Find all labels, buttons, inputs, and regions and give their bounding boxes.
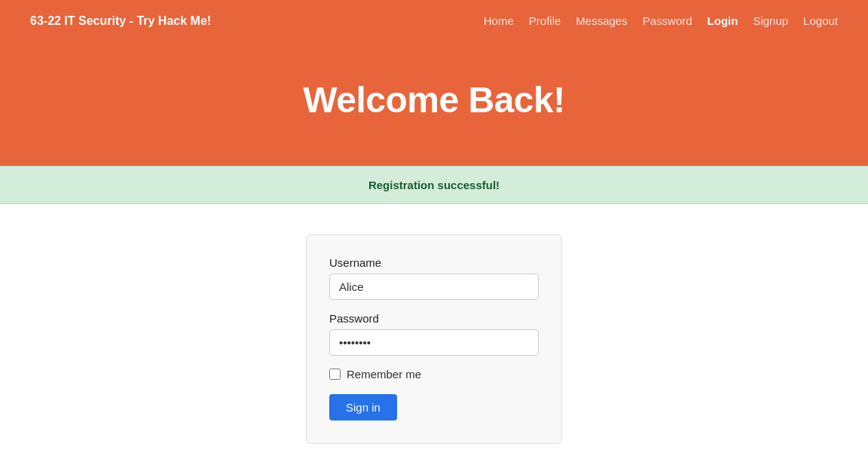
remember-me-checkbox[interactable] [329, 369, 341, 380]
hero-heading: Welcome Back! [15, 79, 853, 121]
navbar: 63-22 IT Security - Try Hack Me! Home Pr… [0, 0, 868, 41]
username-group: Username [329, 256, 539, 300]
header: 63-22 IT Security - Try Hack Me! Home Pr… [0, 0, 868, 166]
nav-item-profile: Profile [529, 14, 561, 28]
password-group: Password [329, 312, 539, 356]
login-form: Username Password Remember me Sign in [329, 256, 539, 421]
remember-me-group: Remember me [329, 368, 539, 381]
nav-item-login: Login [708, 14, 738, 28]
nav-item-logout: Logout [803, 14, 838, 28]
password-input[interactable] [329, 329, 539, 356]
nav-link-logout[interactable]: Logout [803, 14, 838, 27]
nav-item-home: Home [484, 14, 514, 28]
hero-section: Welcome Back! [0, 41, 868, 166]
remember-me-label[interactable]: Remember me [347, 368, 421, 381]
sign-in-button[interactable]: Sign in [329, 394, 397, 421]
nav-link-home[interactable]: Home [484, 14, 514, 27]
nav-link-password[interactable]: Password [643, 14, 692, 27]
username-label: Username [329, 256, 539, 269]
brand-title[interactable]: 63-22 IT Security - Try Hack Me! [30, 14, 211, 28]
username-input[interactable] [329, 274, 539, 300]
nav-link-profile[interactable]: Profile [529, 14, 561, 27]
nav-link-messages[interactable]: Messages [576, 14, 627, 27]
nav-link-login[interactable]: Login [708, 14, 738, 27]
success-message: Registration successful! [368, 179, 500, 191]
success-alert: Registration successful! [0, 166, 868, 204]
nav-item-messages: Messages [576, 14, 627, 28]
nav-link-signup[interactable]: Signup [753, 14, 788, 27]
nav-links: Home Profile Messages Password Login Sig… [484, 14, 838, 28]
password-label: Password [329, 312, 539, 325]
login-card: Username Password Remember me Sign in [306, 234, 562, 444]
nav-item-signup: Signup [753, 14, 788, 28]
main-content: Username Password Remember me Sign in [0, 204, 868, 471]
nav-item-password: Password [643, 14, 692, 28]
